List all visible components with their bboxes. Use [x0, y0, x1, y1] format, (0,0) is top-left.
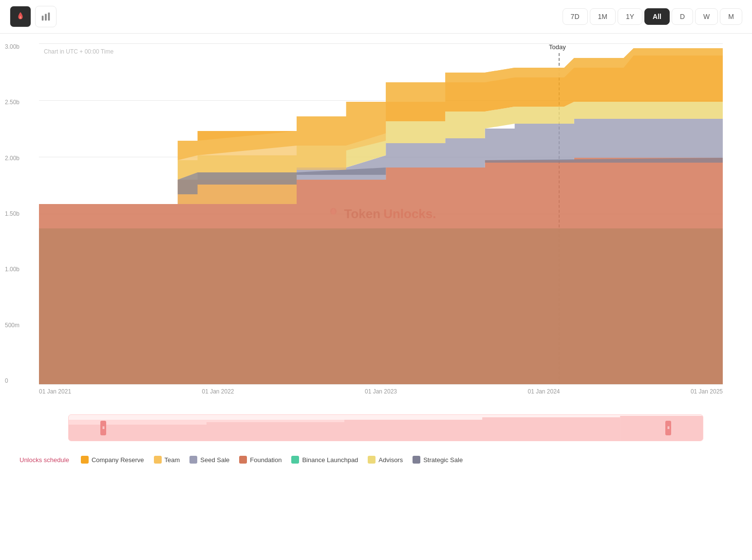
legend-item-strategic-sale: Strategic Sale: [413, 456, 463, 464]
legend-item-company-reserve: Company Reserve: [81, 456, 144, 464]
y-axis: 3.00b 2.50b 2.00b 1.50b 1.00b 500m 0: [5, 43, 19, 384]
y-label-200: 2.00b: [5, 155, 19, 162]
svg-rect-9: [620, 416, 703, 441]
scrollbar-left-handle[interactable]: ⏸: [100, 421, 106, 435]
y-label-500m: 500m: [5, 322, 19, 329]
scrollbar-area[interactable]: ⏸ ⏸: [68, 414, 703, 441]
chart-container: 3.00b 2.50b 2.00b 1.50b 1.00b 500m 0 Cha…: [0, 34, 752, 414]
x-label-2025: 01 Jan 2025: [691, 388, 723, 395]
seed-sale-label: Seed Sale: [200, 456, 229, 464]
y-label-100: 1.00b: [5, 266, 19, 273]
scrollbar-right-handle[interactable]: ⏸: [665, 421, 671, 435]
company-reserve-label: Company Reserve: [92, 456, 144, 464]
binance-launchpad-label: Binance Launchpad: [302, 456, 358, 464]
filter-d[interactable]: D: [672, 8, 693, 25]
team-label: Team: [165, 456, 180, 464]
x-label-2021: 01 Jan 2021: [39, 388, 71, 395]
filter-m[interactable]: M: [720, 8, 742, 25]
legend-item-foundation: Foundation: [239, 456, 282, 464]
foundation-label: Foundation: [250, 456, 282, 464]
grid-line-0: [39, 384, 723, 385]
svg-rect-0: [42, 16, 44, 20]
svg-rect-6: [207, 422, 344, 441]
filter-7d[interactable]: 7D: [563, 8, 588, 25]
strategic-sale-swatch: [413, 456, 420, 464]
y-label-250: 2.50b: [5, 99, 19, 106]
svg-rect-2: [48, 13, 50, 21]
filter-1y[interactable]: 1Y: [618, 8, 642, 25]
top-bar: 7D 1M 1Y All D W M: [0, 0, 752, 34]
strategic-sale-label: Strategic Sale: [423, 456, 463, 464]
x-label-2023: 01 Jan 2023: [365, 388, 397, 395]
y-label-0: 0: [5, 377, 19, 384]
binance-launchpad-swatch: [291, 456, 299, 464]
filter-all[interactable]: All: [644, 8, 670, 25]
advisors-label: Advisors: [378, 456, 403, 464]
y-label-300: 3.00b: [5, 43, 19, 50]
stacked-chart-svg: [39, 43, 723, 384]
unlocks-schedule-label: Unlocks schedule: [19, 456, 69, 464]
x-label-2022: 01 Jan 2022: [202, 388, 234, 395]
filter-w[interactable]: W: [695, 8, 718, 25]
time-filter-group: 7D 1M 1Y All D W M: [563, 8, 742, 25]
legend-item-binance-launchpad: Binance Launchpad: [291, 456, 358, 464]
x-axis: 01 Jan 2021 01 Jan 2022 01 Jan 2023 01 J…: [39, 384, 723, 395]
scrollbar-chart: [69, 415, 703, 441]
icon-buttons: [10, 6, 56, 27]
filter-1m[interactable]: 1M: [590, 8, 616, 25]
svg-rect-5: [69, 425, 207, 441]
svg-rect-7: [344, 420, 482, 441]
legend-item-advisors: Advisors: [368, 456, 403, 464]
y-label-150: 1.50b: [5, 210, 19, 217]
scrollbar-wrapper: ⏸ ⏸: [0, 414, 752, 446]
foundation-swatch: [239, 456, 247, 464]
legend: Unlocks schedule Company Reserve Team Se…: [0, 446, 752, 473]
foundation-area: [39, 158, 723, 384]
bar-chart-button[interactable]: [35, 6, 56, 27]
flame-button[interactable]: [10, 6, 31, 27]
seed-sale-swatch: [189, 456, 197, 464]
x-label-2024: 01 Jan 2024: [527, 388, 560, 395]
legend-item-team: Team: [154, 456, 180, 464]
advisors-swatch: [368, 456, 376, 464]
svg-rect-8: [482, 417, 620, 441]
company-reserve-swatch: [81, 456, 89, 464]
svg-rect-1: [45, 14, 47, 21]
chart-area: 3.00b 2.50b 2.00b 1.50b 1.00b 500m 0 Cha…: [39, 43, 723, 384]
legend-item-seed-sale: Seed Sale: [189, 456, 229, 464]
team-swatch: [154, 456, 162, 464]
